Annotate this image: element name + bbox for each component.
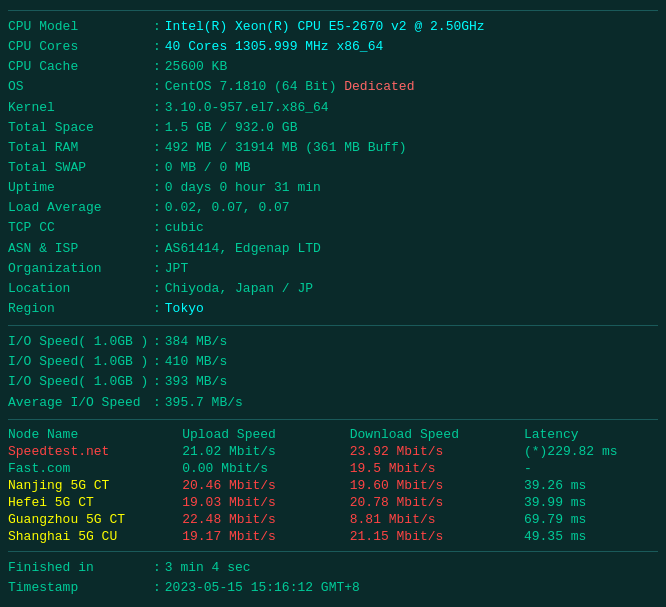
speed-upload-value: 19.03 Mbit/s <box>182 494 350 511</box>
speed-latency-value: - <box>524 460 658 477</box>
io-label-2: I/O Speed( 1.0GB ) <box>8 352 153 372</box>
speed-table-row: Hefei 5G CT19.03 Mbit/s20.78 Mbit/s39.99… <box>8 494 658 511</box>
finished-time-value: 3 min 4 sec <box>165 558 251 578</box>
total-space-label: Total Space <box>8 118 153 138</box>
total-ram-value: 492 MB / 31914 MB (361 MB Buff) <box>165 138 407 158</box>
finished-section: Finished in : 3 min 4 sec Timestamp : 20… <box>8 558 658 598</box>
io-section: I/O Speed( 1.0GB ) : 384 MB/s I/O Speed(… <box>8 332 658 413</box>
load-average-value: 0.02, 0.07, 0.07 <box>165 198 290 218</box>
cpu-cache-label: CPU Cache <box>8 57 153 77</box>
kernel-value: 3.10.0-957.el7.x86_64 <box>165 98 329 118</box>
col-header-upload: Upload Speed <box>182 426 350 443</box>
location-value: Chiyoda, Japan / JP <box>165 279 313 299</box>
cpu-model-label: CPU Model <box>8 17 153 37</box>
timestamp-value: 2023-05-15 15:16:12 GMT+8 <box>165 578 360 598</box>
os-value: CentOS 7.1810 (64 Bit) Dedicated <box>165 77 415 97</box>
uptime-value: 0 days 0 hour 31 min <box>165 178 321 198</box>
finished-time-row: Finished in : 3 min 4 sec <box>8 558 658 578</box>
cpu-model-row: CPU Model : Intel(R) Xeon(R) CPU E5-2670… <box>8 17 658 37</box>
organization-value: JPT <box>165 259 188 279</box>
cpu-cache-row: CPU Cache : 25600 KB <box>8 57 658 77</box>
location-label: Location <box>8 279 153 299</box>
tcp-cc-label: TCP CC <box>8 218 153 238</box>
io-average-label: Average I/O Speed <box>8 393 153 413</box>
speed-upload-value: 19.17 Mbit/s <box>182 528 350 545</box>
io-divider <box>8 325 658 326</box>
speed-latency-value: (*)229.82 ms <box>524 443 658 460</box>
io-label-3: I/O Speed( 1.0GB ) <box>8 372 153 392</box>
total-swap-label: Total SWAP <box>8 158 153 178</box>
os-row: OS : CentOS 7.1810 (64 Bit) Dedicated <box>8 77 658 97</box>
total-space-value: 1.5 GB / 932.0 GB <box>165 118 298 138</box>
io-label-1: I/O Speed( 1.0GB ) <box>8 332 153 352</box>
col-header-latency: Latency <box>524 426 658 443</box>
load-average-label: Load Average <box>8 198 153 218</box>
speed-node-name: Fast.com <box>8 460 182 477</box>
io-row-1: I/O Speed( 1.0GB ) : 384 MB/s <box>8 332 658 352</box>
io-average-value: 395.7 MB/s <box>165 393 243 413</box>
cpu-cores-label: CPU Cores <box>8 37 153 57</box>
speed-table-row: Nanjing 5G CT20.46 Mbit/s19.60 Mbit/s39.… <box>8 477 658 494</box>
asn-isp-value: AS61414, Edgenap LTD <box>165 239 321 259</box>
io-value-1: 384 MB/s <box>165 332 227 352</box>
col-header-download: Download Speed <box>350 426 524 443</box>
location-row: Location : Chiyoda, Japan / JP <box>8 279 658 299</box>
total-ram-row: Total RAM : 492 MB / 31914 MB (361 MB Bu… <box>8 138 658 158</box>
cpu-cores-value: 40 Cores 1305.999 MHz x86_64 <box>165 37 383 57</box>
tcp-cc-value: cubic <box>165 218 204 238</box>
total-ram-label: Total RAM <box>8 138 153 158</box>
speed-upload-value: 22.48 Mbit/s <box>182 511 350 528</box>
io-value-2: 410 MB/s <box>165 352 227 372</box>
uptime-label: Uptime <box>8 178 153 198</box>
finished-time-label: Finished in <box>8 558 153 578</box>
io-row-2: I/O Speed( 1.0GB ) : 410 MB/s <box>8 352 658 372</box>
speed-upload-value: 20.46 Mbit/s <box>182 477 350 494</box>
speed-node-name: Hefei 5G CT <box>8 494 182 511</box>
speed-latency-value: 39.99 ms <box>524 494 658 511</box>
speed-table-row: Guangzhou 5G CT22.48 Mbit/s8.81 Mbit/s69… <box>8 511 658 528</box>
speed-node-name: Guangzhou 5G CT <box>8 511 182 528</box>
io-row-3: I/O Speed( 1.0GB ) : 393 MB/s <box>8 372 658 392</box>
speed-table-row: Shanghai 5G CU19.17 Mbit/s21.15 Mbit/s49… <box>8 528 658 545</box>
speed-table-row: Speedtest.net21.02 Mbit/s23.92 Mbit/s(*)… <box>8 443 658 460</box>
speed-download-value: 23.92 Mbit/s <box>350 443 524 460</box>
cpu-model-value: Intel(R) Xeon(R) CPU E5-2670 v2 @ 2.50GH… <box>165 17 485 37</box>
speed-download-value: 19.5 Mbit/s <box>350 460 524 477</box>
speed-download-value: 21.15 Mbit/s <box>350 528 524 545</box>
finished-divider <box>8 551 658 552</box>
speed-download-value: 19.60 Mbit/s <box>350 477 524 494</box>
total-space-row: Total Space : 1.5 GB / 932.0 GB <box>8 118 658 138</box>
os-label: OS <box>8 77 153 97</box>
total-swap-row: Total SWAP : 0 MB / 0 MB <box>8 158 658 178</box>
asn-isp-label: ASN & ISP <box>8 239 153 259</box>
speed-latency-value: 49.35 ms <box>524 528 658 545</box>
region-label: Region <box>8 299 153 319</box>
speed-upload-value: 0.00 Mbit/s <box>182 460 350 477</box>
speed-node-name: Nanjing 5G CT <box>8 477 182 494</box>
speed-node-name: Shanghai 5G CU <box>8 528 182 545</box>
io-average-row: Average I/O Speed : 395.7 MB/s <box>8 393 658 413</box>
speed-latency-value: 69.79 ms <box>524 511 658 528</box>
speed-latency-value: 39.26 ms <box>524 477 658 494</box>
cpu-cores-row: CPU Cores : 40 Cores 1305.999 MHz x86_64 <box>8 37 658 57</box>
dedicated-badge: Dedicated <box>344 79 414 94</box>
organization-row: Organization : JPT <box>8 259 658 279</box>
speed-download-value: 8.81 Mbit/s <box>350 511 524 528</box>
io-value-3: 393 MB/s <box>165 372 227 392</box>
top-divider <box>8 10 658 11</box>
speed-divider <box>8 419 658 420</box>
col-header-node: Node Name <box>8 426 182 443</box>
region-row: Region : Tokyo <box>8 299 658 319</box>
timestamp-label: Timestamp <box>8 578 153 598</box>
kernel-label: Kernel <box>8 98 153 118</box>
speed-node-name: Speedtest.net <box>8 443 182 460</box>
load-average-row: Load Average : 0.02, 0.07, 0.07 <box>8 198 658 218</box>
cpu-cache-value: 25600 KB <box>165 57 227 77</box>
speed-table: Node Name Upload Speed Download Speed La… <box>8 426 658 545</box>
region-value: Tokyo <box>165 299 204 319</box>
organization-label: Organization <box>8 259 153 279</box>
speed-download-value: 20.78 Mbit/s <box>350 494 524 511</box>
total-swap-value: 0 MB / 0 MB <box>165 158 251 178</box>
timestamp-row: Timestamp : 2023-05-15 15:16:12 GMT+8 <box>8 578 658 598</box>
speed-table-row: Fast.com0.00 Mbit/s19.5 Mbit/s- <box>8 460 658 477</box>
